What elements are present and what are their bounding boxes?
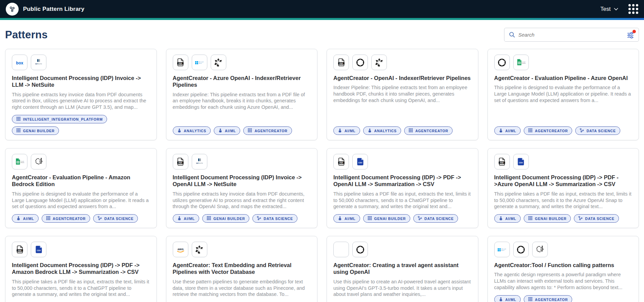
svg-text:Sheets: Sheets: [522, 63, 526, 64]
svg-text:Google: Google: [21, 160, 24, 162]
svg-text:Sheets: Sheets: [21, 162, 24, 163]
tag-person-icon: [16, 216, 21, 221]
tag-label: DATA SCIENCE: [264, 217, 293, 221]
tag-label: GENAI BUILDER: [535, 217, 566, 221]
tag-pill[interactable]: AI/ML: [333, 214, 360, 223]
filter-button[interactable]: [626, 31, 635, 39]
tag-person-icon: [338, 128, 342, 133]
tag-pill[interactable]: AGENTCREATOR: [404, 126, 453, 135]
pattern-card[interactable]: aws AgentCreator: Text Embedding and Ret…: [166, 236, 318, 302]
pattern-description: The agentic design represents a powerful…: [494, 271, 632, 291]
tag-grid-icon: [16, 117, 21, 122]
pattern-description: This pipeline extracts key invoice data …: [173, 191, 311, 210]
search-input[interactable]: [518, 32, 626, 38]
tag-pill[interactable]: AGENTCREATOR: [524, 126, 572, 135]
tag-pill[interactable]: DATA SCIENCE: [575, 126, 620, 135]
tag-pill[interactable]: ANALYTICS: [363, 126, 401, 135]
tag-pill[interactable]: GENAI BUILDER: [363, 214, 410, 223]
tag-grid-icon: [248, 128, 252, 133]
google-sheets-logo-icon: GoogleSheets: [513, 55, 529, 70]
pattern-title: Intelligent Document Processing (IDP) ->…: [12, 262, 150, 276]
search-box: [504, 28, 639, 42]
pattern-title: AgentCreator - Evaluation Pipeline - Ama…: [12, 174, 150, 188]
tag-pill[interactable]: ANALYTICS: [173, 126, 211, 135]
tag-pill[interactable]: AI/ML: [333, 126, 360, 135]
tag-label: AGENTCREATOR: [415, 129, 448, 133]
tag-pill[interactable]: DATA SCIENCE: [93, 214, 138, 223]
tag-pill[interactable]: DATA SCIENCE: [252, 214, 297, 223]
openai-logo-icon: [494, 55, 510, 70]
tag-pill[interactable]: DATA SCIENCE: [413, 214, 458, 223]
tag-pill[interactable]: AI/ML: [173, 214, 200, 223]
account-dropdown[interactable]: Test: [600, 6, 618, 12]
tag-pill[interactable]: AGENTCREATOR: [42, 214, 90, 223]
tag-grid-icon: [528, 216, 533, 221]
arrows-circle-icon: [211, 55, 226, 70]
pattern-card[interactable]: PDFCSV Intelligent Document Processing (…: [327, 148, 478, 228]
pattern-card[interactable]: PDFMicrosoftAzure AgentCreator - Azure O…: [166, 49, 318, 140]
pattern-card[interactable]: GoogleSheets AgentCreator - Evaluation P…: [487, 49, 639, 140]
pattern-description: This pipeline extracts key invoice data …: [12, 92, 150, 111]
tag-pill[interactable]: DATA SCIENCE: [574, 214, 619, 223]
tag-pill[interactable]: AGENTCREATOR: [524, 295, 572, 302]
pdf-file-icon: PDF: [333, 154, 349, 169]
tag-pill[interactable]: INTELLIGENT_INTEGRATION_PLATFORM: [12, 115, 107, 123]
tag-person-icon: [499, 297, 503, 302]
tag-pill[interactable]: AI/ML: [494, 295, 521, 302]
filter-active-badge: [632, 30, 636, 33]
svg-text:aws: aws: [178, 247, 184, 250]
pattern-card[interactable]: PDF AgentCreator - OpenAI - Indexer/Retr…: [327, 49, 478, 140]
apps-launcher-button[interactable]: [628, 4, 639, 14]
pdf-file-icon: PDF: [333, 55, 349, 70]
svg-text:Azure: Azure: [501, 250, 504, 251]
tag-label: DATA SCIENCE: [586, 129, 616, 133]
pattern-card[interactable]: GoogleSheets AgentCreator - Evaluation P…: [5, 148, 157, 228]
arrows-circle-icon: [371, 55, 387, 70]
svg-text:PDF: PDF: [179, 62, 182, 64]
pattern-card[interactable]: MicrosoftAzure AgentCreator:Tool / Funct…: [487, 236, 639, 302]
tag-pill[interactable]: AI/ML: [494, 126, 521, 135]
tag-label: AI/ML: [345, 217, 356, 221]
pattern-title: AgentCreator:Tool / Function calling pat…: [494, 262, 632, 268]
pattern-card[interactable]: boxNETSUITE Intelligent Document Process…: [5, 49, 157, 140]
svg-text:PDF: PDF: [339, 62, 343, 64]
tag-grid-icon: [207, 216, 211, 221]
pattern-card[interactable]: PDFCSV Intelligent Document Processing (…: [5, 236, 157, 302]
pdf-file-icon: PDF: [494, 154, 510, 169]
tag-pill[interactable]: GENAI BUILDER: [12, 126, 59, 135]
pattern-description: This pipeline is designed to evaluate th…: [12, 191, 150, 210]
pattern-description: This pipeline takes a PDF file as input,…: [494, 191, 632, 210]
tag-pill[interactable]: GENAI BUILDER: [524, 214, 571, 223]
tag-pill[interactable]: AGENTCREATOR: [243, 126, 292, 135]
pattern-card[interactable]: PDFNETSUITE Intelligent Document Process…: [166, 148, 318, 228]
pattern-description: Indexer Pipeline: This pipeline extracts…: [333, 84, 472, 104]
openai-logo-icon: [352, 242, 368, 257]
tag-grid-icon: [409, 128, 413, 133]
tag-label: GENAI BUILDER: [213, 217, 245, 221]
tag-label: GENAI BUILDER: [23, 129, 55, 133]
tag-grid-icon: [46, 216, 50, 221]
svg-text:Google: Google: [522, 61, 526, 62]
netsuite-logo-icon: NETSUITE: [192, 154, 207, 169]
pattern-card[interactable]: PDFCSV Intelligent Document Processing (…: [487, 148, 639, 228]
svg-text:NETSUITE: NETSUITE: [35, 63, 42, 65]
tag-pill[interactable]: AI/ML: [494, 214, 521, 223]
pattern-title: AgentCreator - Evaluation Pipeline - Azu…: [494, 75, 632, 81]
svg-text:CSV: CSV: [519, 162, 523, 164]
tag-grid-icon: [368, 216, 372, 221]
pattern-title: Intelligent Document Processing (IDP) In…: [12, 75, 150, 88]
accent-divider: [0, 18, 644, 20]
search-icon: [509, 32, 515, 38]
pattern-card[interactable]: AgentCreator: Creating a travel agent as…: [327, 236, 478, 302]
tag-person-icon: [499, 216, 503, 221]
tag-pill[interactable]: AI/ML: [214, 126, 241, 135]
tag-pill[interactable]: AI/ML: [12, 214, 39, 223]
pattern-description: Use these pattern pipelines to generate …: [173, 279, 311, 298]
tag-label: AI/ML: [345, 129, 356, 133]
tag-pill[interactable]: GENAI BUILDER: [202, 214, 249, 223]
tag-label: AI/ML: [505, 217, 517, 221]
svg-text:PDF: PDF: [500, 161, 504, 163]
pdf-file-icon: PDF: [173, 154, 188, 169]
tag-label: DATA SCIENCE: [104, 217, 133, 221]
tag-label: GENAI BUILDER: [374, 217, 406, 221]
